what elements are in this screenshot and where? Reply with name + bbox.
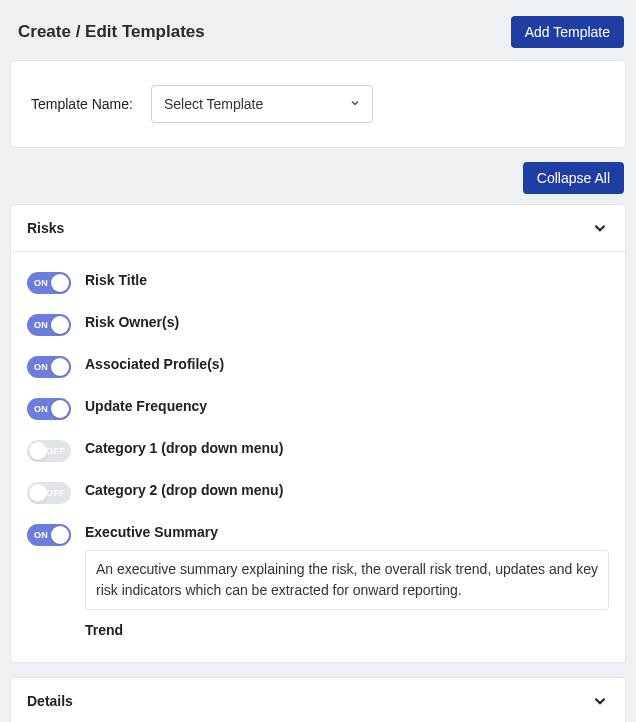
chevron-down-icon	[591, 692, 609, 710]
add-template-button[interactable]: Add Template	[511, 16, 624, 48]
trend-label: Trend	[85, 622, 609, 638]
section-risks: Risks ON Risk Title ON	[10, 204, 626, 663]
toggle-on-label: ON	[34, 362, 48, 372]
executive-summary-description[interactable]: An executive summary explaining the risk…	[85, 550, 609, 610]
page-title: Create / Edit Templates	[18, 22, 205, 42]
template-name-card: Template Name: Select Template	[10, 60, 626, 148]
toggle-on-label: ON	[34, 404, 48, 414]
field-label: Category 1 (drop down menu)	[85, 440, 609, 456]
field-label: Category 2 (drop down menu)	[85, 482, 609, 498]
toggle-off-label: OFF	[46, 446, 65, 456]
toggle-on-label: ON	[34, 278, 48, 288]
toggle-risk-owners[interactable]: ON	[27, 314, 71, 336]
section-header-details[interactable]: Details	[11, 678, 625, 722]
toggle-category-2[interactable]: OFF	[27, 482, 71, 504]
section-header-risks[interactable]: Risks	[11, 205, 625, 251]
toggle-on-label: ON	[34, 530, 48, 540]
field-label: Executive Summary	[85, 524, 609, 540]
template-name-label: Template Name:	[31, 96, 133, 112]
toggle-associated-profiles[interactable]: ON	[27, 356, 71, 378]
field-label: Associated Profile(s)	[85, 356, 609, 372]
toggle-executive-summary[interactable]: ON	[27, 524, 71, 546]
toggle-category-1[interactable]: OFF	[27, 440, 71, 462]
page-header: Create / Edit Templates Add Template	[10, 10, 626, 60]
template-name-select[interactable]: Select Template	[151, 85, 373, 123]
toggle-off-label: OFF	[46, 488, 65, 498]
field-label: Risk Owner(s)	[85, 314, 609, 330]
toggle-risk-title[interactable]: ON	[27, 272, 71, 294]
toggle-on-label: ON	[34, 320, 48, 330]
field-label: Risk Title	[85, 272, 609, 288]
chevron-down-icon	[591, 219, 609, 237]
section-title: Details	[27, 693, 73, 709]
collapse-all-button[interactable]: Collapse All	[523, 162, 624, 194]
section-title: Risks	[27, 220, 64, 236]
field-label: Update Frequency	[85, 398, 609, 414]
section-details: Details OFF Hide section ON	[10, 677, 626, 722]
toggle-update-frequency[interactable]: ON	[27, 398, 71, 420]
